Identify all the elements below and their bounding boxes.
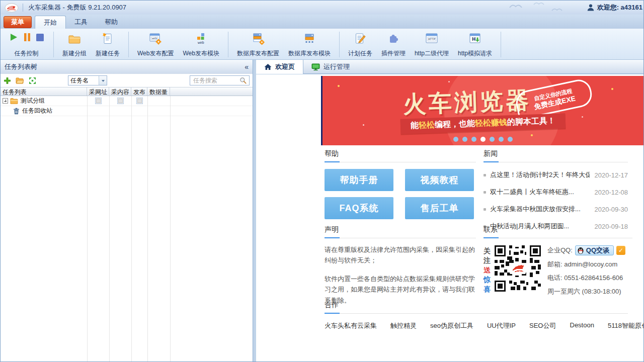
checkbox-publish[interactable] [136, 98, 143, 104]
menu-button[interactable]: 菜单 [4, 16, 32, 28]
http-proxy-button[interactable]: HTTP http二级代理 [410, 31, 453, 58]
contact-section: 联系 关 注 送 惊 喜 [484, 225, 632, 296]
folder-icon [68, 31, 82, 46]
task-tree-header: 任务列表树 « [1, 60, 253, 74]
partner-link[interactable]: 火车头私有云采集 [325, 321, 377, 330]
help-section: 帮助 帮助手册 视频教程 FAQ系统 售后工单 [325, 149, 476, 219]
db-publish-module-button[interactable]: 数据库发布模块 [284, 31, 335, 58]
pause-icon[interactable] [23, 33, 31, 42]
add-icon[interactable] [4, 77, 11, 84]
partner-link[interactable]: UU代理IP [487, 321, 516, 330]
news-section: 新闻 点这里！活动倒计时2天！年终大促五... 2020-12-17 双十二盛典… [484, 149, 628, 231]
ribbon-separator [228, 32, 228, 57]
list-item[interactable]: 点这里！活动倒计时2天！年终大促五... 2020-12-17 [484, 170, 628, 179]
tree-expand-plus-icon[interactable] [3, 98, 8, 104]
bullet-icon [484, 191, 486, 194]
partners-heading: 合作 [325, 301, 339, 309]
help-manual-button[interactable]: 帮助手册 [325, 169, 393, 191]
carousel-dot[interactable] [508, 137, 513, 142]
document-tabs: 欢迎页 运行管理 [256, 60, 643, 74]
checkbox-fetch-url[interactable] [95, 98, 102, 104]
statement-heading: 声明 [325, 225, 339, 233]
plugin-manage-button[interactable]: 插件管理 [377, 31, 410, 58]
web-module-icon: web [195, 31, 208, 46]
ribbon-tab-start[interactable]: 开始 [35, 16, 66, 29]
partner-link[interactable]: SEO公司 [529, 321, 556, 330]
task-tree-toolbar: 任务名 [1, 74, 253, 87]
partner-link[interactable]: 5118智能原创 [608, 321, 643, 330]
table-row-group[interactable]: 测试分组 [1, 96, 253, 106]
help-heading: 帮助 [325, 149, 339, 157]
carousel-dot[interactable] [471, 137, 476, 142]
partner-link[interactable]: seo伪原创工具 [430, 321, 473, 330]
ribbon-separator [501, 32, 501, 57]
faq-button[interactable]: FAQ系统 [325, 197, 393, 219]
statement-paragraph: 请在尊重版权及法律允许范围内采集，因采集引起的纠纷与软件无关； [325, 244, 476, 266]
titlebar-divider [23, 4, 23, 12]
ribbon-separator [128, 32, 129, 57]
carousel-dot[interactable] [490, 137, 495, 142]
open-folder-icon[interactable] [16, 77, 24, 84]
qr-code [495, 245, 541, 296]
ribbon-tab-tools[interactable]: 工具 [66, 16, 96, 29]
task-control-label: 任务控制 [15, 49, 39, 58]
column-task-list[interactable]: 任务列表 [1, 87, 87, 96]
column-fetch-content[interactable]: 采内容 [109, 87, 131, 96]
shield-check-icon[interactable]: ✓ [616, 246, 625, 255]
carousel-dot-active[interactable] [480, 137, 486, 142]
contact-hours: 周一至周六 (08:30-18:00) [547, 287, 625, 296]
carousel-dot[interactable] [453, 137, 458, 142]
column-data-count[interactable]: 数据量 [147, 87, 170, 96]
schedule-document-icon [354, 31, 367, 46]
title-bar: 火车采集器 - 免费版 9.21.20.0907 欢迎您: a43161 [1, 1, 643, 15]
after-sale-button[interactable]: 售后工单 [405, 197, 474, 219]
statement-section: 声明 请在尊重版权及法律允许范围内采集，因采集引起的纠纷与软件无关； 软件内置一… [325, 225, 476, 306]
schedule-task-button[interactable]: 计划任务 [344, 31, 377, 58]
checkbox-fetch-content[interactable] [117, 98, 124, 104]
video-tutorial-button[interactable]: 视频教程 [405, 169, 474, 191]
tab-welcome[interactable]: 欢迎页 [256, 60, 303, 74]
svg-text:H: H [472, 37, 476, 42]
column-fetch-url[interactable]: 采网址 [87, 87, 109, 96]
promo-banner[interactable]: 火车浏览器 自定义你的流程 免费生成EXE 能轻松编程，也能轻松赚钱的脚本工具！ [321, 76, 643, 145]
welcome-user: 欢迎您: a43161 [587, 1, 642, 15]
qq-chat-button[interactable]: QQ交谈 [575, 245, 614, 255]
monitor-icon [311, 63, 320, 71]
contact-email: 邮箱: admin@locoy.com [547, 260, 625, 269]
document-panel: 欢迎页 运行管理 [256, 60, 643, 361]
svg-text:HTTP: HTTP [428, 38, 435, 41]
task-grid-header: 任务列表 采网址 采内容 发布 数据量 [1, 87, 253, 96]
new-task-button[interactable]: 新建任务 [91, 31, 124, 58]
folder-icon [10, 98, 18, 104]
list-item[interactable]: 双十二盛典丨火车年终钜惠... 2020-12-08 [484, 188, 628, 197]
task-filter-dropdown[interactable]: 任务名 [68, 75, 107, 85]
partner-link[interactable]: Destoon [570, 321, 594, 330]
partner-link[interactable]: 触控精灵 [390, 321, 417, 330]
qq-label: 企业QQ: [547, 246, 573, 255]
list-item[interactable]: 火车采集器中秋国庆放假安排... 2020-09-30 [484, 205, 628, 214]
web-publish-config-button[interactable]: web Web发布配置 [133, 31, 178, 58]
web-publish-module-button[interactable]: web Web发布模块 [178, 31, 223, 58]
play-icon[interactable] [9, 32, 19, 42]
carousel-dot[interactable] [462, 137, 467, 142]
db-publish-config-button[interactable]: 数据库发布配置 [232, 31, 284, 58]
collapse-panel-icon[interactable]: « [245, 63, 249, 71]
app-window: 火车采集器 - 免费版 9.21.20.0907 欢迎您: a43161 菜单 … [0, 0, 644, 362]
new-group-button[interactable]: 新建分组 [58, 31, 91, 58]
stop-icon[interactable] [36, 33, 44, 42]
grid-column-lines [1, 96, 253, 361]
task-search-input[interactable] [193, 77, 239, 84]
web-config-icon: web [148, 31, 163, 46]
column-publish[interactable]: 发布 [131, 87, 147, 96]
user-icon [587, 4, 595, 12]
carousel-dot[interactable] [499, 137, 504, 142]
http-request-button[interactable]: H http模拟请求 [453, 31, 497, 58]
ribbon-tab-help[interactable]: 帮助 [96, 16, 126, 29]
table-row-recycle[interactable]: 任务回收站 [1, 106, 253, 116]
tab-run-manage[interactable]: 运行管理 [303, 60, 358, 74]
expand-all-icon[interactable] [29, 77, 36, 84]
ribbon-separator [339, 32, 340, 57]
search-icon[interactable] [239, 77, 247, 84]
task-control-group: 任务控制 [4, 31, 49, 58]
ribbon-separator [53, 32, 54, 57]
